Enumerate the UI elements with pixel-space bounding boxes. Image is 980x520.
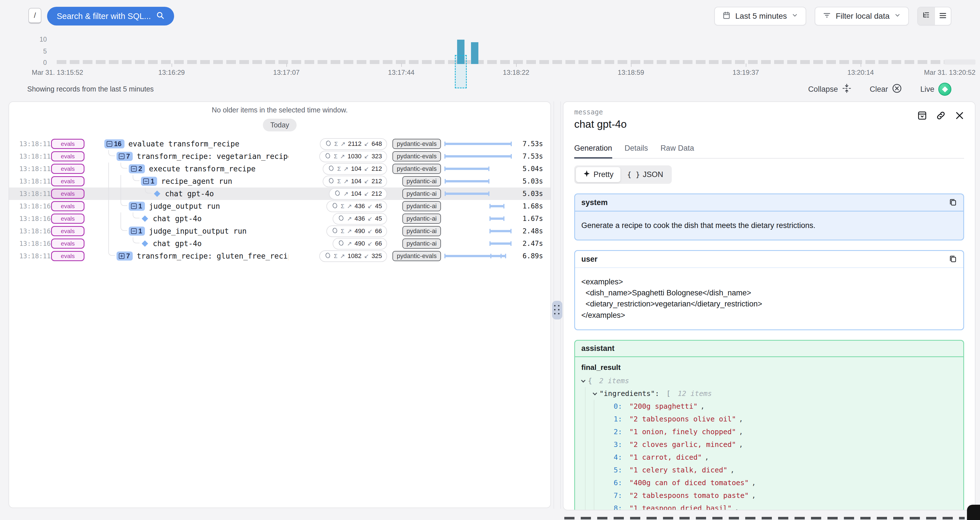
input-tokens-count: 1082 bbox=[348, 252, 361, 260]
copy-icon[interactable] bbox=[948, 254, 957, 264]
level-badge-evals[interactable]: evals bbox=[51, 151, 84, 162]
node-collapse-badge[interactable]: 1 bbox=[129, 227, 145, 236]
collapse-icon bbox=[842, 84, 851, 95]
search-button[interactable]: Search & filter with SQL... bbox=[47, 7, 174, 25]
close-icon[interactable] bbox=[955, 111, 965, 122]
pretty-view-button[interactable]: Pretty bbox=[576, 167, 620, 182]
json-string-value: "400g can of diced tomatoes" bbox=[625, 478, 749, 488]
level-badge-evals[interactable]: evals bbox=[51, 214, 84, 224]
child-count: 1 bbox=[151, 177, 154, 185]
live-toggle[interactable]: Live bbox=[920, 83, 951, 96]
tree-guide-line bbox=[108, 212, 109, 225]
trace-row[interactable]: 13:18:11evals7transform_recipe: vegetari… bbox=[9, 150, 550, 163]
tab-details[interactable]: Details bbox=[625, 144, 648, 158]
input-tokens-icon: ↗ bbox=[347, 240, 352, 247]
time-range-dropdown[interactable]: Last 5 minutes bbox=[714, 7, 806, 25]
chevron-down-icon[interactable] bbox=[581, 378, 585, 383]
collapse-label: Collapse bbox=[808, 85, 838, 94]
tree-elbow-connector bbox=[108, 150, 115, 156]
waterfall-bar bbox=[444, 166, 490, 171]
coin-icon bbox=[338, 239, 345, 248]
collapse-node-icon bbox=[143, 178, 149, 184]
input-tokens-count: 104 bbox=[351, 190, 361, 197]
level-badge-evals[interactable]: evals bbox=[51, 164, 84, 174]
node-collapse-badge[interactable]: 1 bbox=[129, 202, 145, 211]
output-tokens-count: 212 bbox=[371, 190, 382, 197]
level-badge-evals[interactable]: evals bbox=[51, 251, 84, 261]
node-collapse-badge[interactable]: 7 bbox=[116, 152, 133, 161]
copy-icon[interactable] bbox=[948, 198, 957, 207]
trace-row[interactable]: 13:18:11evals16evaluate transform_recipe… bbox=[9, 138, 550, 150]
x-axis-tick-label: 13:19:37 bbox=[732, 68, 759, 76]
today-pill[interactable]: Today bbox=[263, 119, 297, 132]
json-string-value: "1 onion, finely chopped" bbox=[625, 427, 736, 437]
level-badge-evals[interactable]: evals bbox=[51, 189, 84, 199]
x-axis-tick bbox=[746, 63, 746, 67]
span-label: chat gpt-4o bbox=[153, 214, 202, 223]
histogram-bar[interactable] bbox=[471, 42, 478, 64]
trace-row-timestamp: 13:18:16 bbox=[19, 240, 51, 247]
trace-row[interactable]: 13:18:16evals1judge_output runΣ↗436↙45py… bbox=[9, 200, 550, 212]
level-badge-evals[interactable]: evals bbox=[51, 201, 84, 211]
json-string-value: "2 tablespoons olive oil" bbox=[625, 414, 736, 424]
output-tokens-count: 45 bbox=[375, 215, 382, 222]
tree-view-toggle[interactable] bbox=[918, 7, 934, 25]
json-view-button[interactable]: { } JSON bbox=[620, 167, 670, 182]
output-tokens-icon: ↙ bbox=[364, 141, 369, 147]
level-badge-evals[interactable]: evals bbox=[51, 139, 84, 149]
json-line: "ingredients": [ 12 items bbox=[585, 387, 957, 400]
tab-raw-data[interactable]: Raw Data bbox=[660, 144, 694, 158]
link-icon[interactable] bbox=[936, 111, 946, 122]
filter-local-data-dropdown[interactable]: Filter local data bbox=[815, 7, 909, 25]
level-badge-evals[interactable]: evals bbox=[51, 226, 84, 236]
trace-row[interactable]: 13:18:11evals1recipe_agent runΣ↗104↙212p… bbox=[9, 175, 550, 187]
trace-row-tokens-cell: ↗490↙66 bbox=[288, 238, 387, 249]
panel-expand-icon[interactable] bbox=[917, 111, 927, 122]
json-comma: , bbox=[752, 491, 756, 501]
collapse-button[interactable]: Collapse bbox=[808, 84, 851, 95]
leaf-diamond-icon bbox=[142, 216, 148, 222]
input-tokens-icon: ↗ bbox=[347, 228, 352, 235]
x-axis-tick bbox=[516, 63, 517, 67]
token-usage-pill: Σ↗436↙45 bbox=[326, 201, 387, 212]
json-comma: , bbox=[739, 439, 743, 450]
trace-row-level-cell: evals bbox=[51, 139, 104, 149]
level-badge-evals[interactable]: evals bbox=[51, 176, 84, 186]
trace-row[interactable]: 13:18:16evalschat gpt-4o↗436↙45pydantic-… bbox=[9, 212, 550, 225]
top-bar: / Search & filter with SQL... Last 5 min… bbox=[0, 7, 980, 26]
x-axis-tick-label: 13:20:14 bbox=[847, 68, 873, 76]
trace-row[interactable]: 13:18:11evals7transform_recipe: gluten_f… bbox=[9, 250, 550, 262]
level-badge-evals[interactable]: evals bbox=[51, 238, 84, 249]
trace-row[interactable]: 13:18:11evalschat gpt-4o↗104↙212pydantic… bbox=[9, 187, 550, 200]
records-histogram[interactable]: 10 5 0 Mar 31. 13:15:5213:16:2913:17:071… bbox=[0, 32, 980, 81]
trace-row[interactable]: 13:18:16evalschat gpt-4o↗490↙66pydantic-… bbox=[9, 237, 550, 250]
message-card-assistant: assistant final_result { 2 items"ingredi… bbox=[574, 340, 964, 510]
token-usage-pill: ↗436↙45 bbox=[332, 213, 387, 225]
trace-row[interactable]: 13:18:16evals1judge_input_output runΣ↗49… bbox=[9, 225, 550, 237]
json-line: 0: "200g spaghetti", bbox=[594, 400, 957, 413]
node-collapse-badge[interactable]: 1 bbox=[141, 177, 157, 186]
empty-window-notice: No older items in the selected time wind… bbox=[9, 106, 550, 114]
node-collapse-badge[interactable]: 2 bbox=[129, 164, 145, 173]
waterfall-track bbox=[444, 153, 512, 159]
chevron-down-icon[interactable] bbox=[593, 391, 597, 396]
tab-generation[interactable]: Generation bbox=[574, 144, 612, 159]
panel-resize-handle[interactable] bbox=[552, 301, 562, 319]
input-tokens-count: 490 bbox=[355, 227, 365, 235]
input-tokens-icon: ↗ bbox=[344, 178, 348, 185]
sigma-icon: Σ bbox=[337, 165, 341, 172]
json-icon: { } bbox=[627, 171, 640, 179]
clear-button[interactable]: Clear bbox=[870, 83, 902, 95]
json-array-index: 2: bbox=[614, 427, 622, 437]
json-comma: , bbox=[705, 452, 709, 463]
trace-row-tree-cell: 16evaluate transform_recipe bbox=[104, 138, 288, 150]
json-comma: , bbox=[735, 503, 739, 510]
output-tokens-count: 212 bbox=[371, 165, 382, 173]
trace-row[interactable]: 13:18:11evals2execute transform_recipeΣ↗… bbox=[9, 163, 550, 175]
node-collapse-badge[interactable]: 7 bbox=[116, 252, 133, 260]
trace-row-waterfall-cell bbox=[441, 253, 515, 259]
waterfall-bar bbox=[490, 241, 511, 246]
input-tokens-icon: ↗ bbox=[344, 190, 348, 197]
list-view-toggle[interactable] bbox=[934, 7, 951, 25]
node-collapse-badge[interactable]: 16 bbox=[104, 140, 124, 148]
